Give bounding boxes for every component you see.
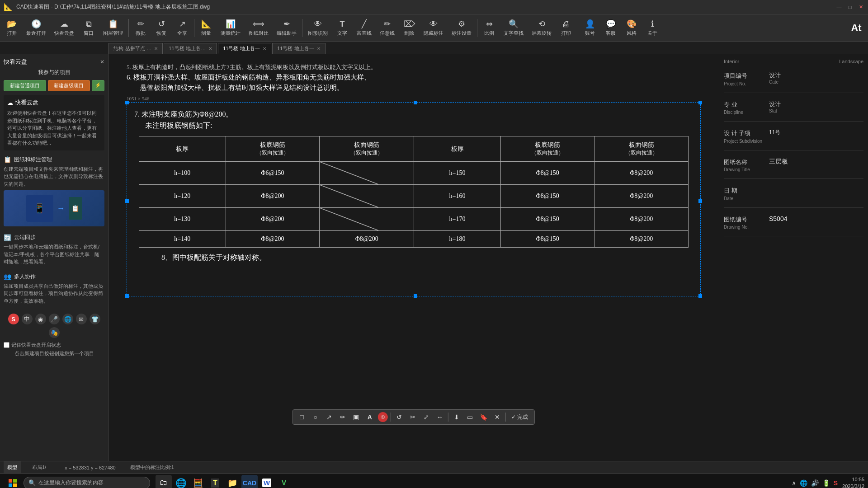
toolbar-editor[interactable]: ✒ 编辑助手 xyxy=(273,16,300,40)
taskbar-word[interactable]: W xyxy=(259,475,275,488)
taskbar-calculator[interactable]: 🧮 xyxy=(190,475,206,488)
float-rect-btn[interactable]: □ xyxy=(297,412,307,422)
float-resize-btn[interactable]: ⤢ xyxy=(421,412,432,422)
new-super-project-button[interactable]: 新建超级项目 xyxy=(48,80,90,91)
toolbar-text-find[interactable]: 🔍 文字查找 xyxy=(500,16,527,40)
taskbar-vgreen[interactable]: V xyxy=(276,475,292,488)
taskbar-search[interactable]: 🔍 在这里输入你要搜索的内容 xyxy=(24,477,150,488)
toolbar-text[interactable]: T 文字 xyxy=(332,16,352,40)
tab-2[interactable]: 11号楼-地上各… ✕ xyxy=(164,43,217,54)
handle-tm[interactable] xyxy=(414,101,417,104)
toolbar-at[interactable]: At xyxy=(846,16,866,40)
float-fillrect-btn[interactable]: ▣ xyxy=(351,412,362,422)
toolbar-window[interactable]: ⧉ 窗口 xyxy=(79,16,99,40)
maximize-button[interactable]: □ xyxy=(846,4,854,11)
toolbar-delete[interactable]: ⌦ 删除 xyxy=(399,16,419,40)
toolbar-service[interactable]: 💬 客服 xyxy=(601,16,621,40)
remember-state-checkbox[interactable] xyxy=(4,342,9,348)
toolbar-recent[interactable]: 🕒 最近打开 xyxy=(23,16,50,40)
tab-4-close[interactable]: ✕ xyxy=(317,46,321,51)
tab-1-close[interactable]: ✕ xyxy=(154,46,158,51)
handle-tr[interactable] xyxy=(698,101,702,104)
toolbar-markup[interactable]: ✏ 微批 xyxy=(131,16,151,40)
float-pen-btn[interactable]: ✏ xyxy=(337,412,348,422)
toolbar-stats[interactable]: 📊 测量统计 xyxy=(217,16,244,40)
float-done-btn[interactable]: ✓ 完成 xyxy=(509,413,531,422)
tab-3-close[interactable]: ✕ xyxy=(263,46,266,51)
toolbar-share[interactable]: ↗ 全享 xyxy=(172,16,192,40)
toolbar-rotate[interactable]: ⟲ 屏幕旋转 xyxy=(528,16,555,40)
float-scissors-btn[interactable]: ✂ xyxy=(407,412,418,422)
handle-bm[interactable] xyxy=(414,294,417,298)
toolbar-straight[interactable]: ╱ 富直线 xyxy=(353,16,375,40)
toolbar-measure-label: 测量 xyxy=(201,30,211,37)
taskbar-cad[interactable]: CAD xyxy=(241,475,258,488)
float-sep3 xyxy=(505,413,506,422)
bottom-icon-cn[interactable]: 中 xyxy=(22,314,33,324)
float-bookmark-btn[interactable]: 🔖 xyxy=(478,412,489,422)
tab-1[interactable]: 结构-丛拼节点-… ✕ xyxy=(108,43,163,54)
handle-br[interactable] xyxy=(698,294,702,298)
toolbar-cloud[interactable]: ☁ 快看云盘 xyxy=(51,16,78,40)
toolbar-open[interactable]: 📂 打开 xyxy=(2,16,22,40)
toolbar-compare[interactable]: ⟺ 图纸对比 xyxy=(245,16,272,40)
float-download-btn[interactable]: ⬇ xyxy=(451,412,462,422)
taskbar-explorer[interactable]: 🗂 xyxy=(156,475,172,488)
float-text-btn[interactable]: A xyxy=(364,412,375,422)
taskbar-edge[interactable]: 🌐 xyxy=(173,475,189,488)
bottom-icon-s[interactable]: S xyxy=(8,314,19,324)
bottom-icon-mic[interactable]: 🎤 xyxy=(49,314,60,324)
float-undo-btn[interactable]: ↺ xyxy=(394,412,405,422)
bottom-icon-shirt[interactable]: 👕 xyxy=(90,314,100,324)
toolbar-casual[interactable]: ✏ 任意线 xyxy=(376,16,398,40)
close-button[interactable]: ✕ xyxy=(857,4,864,11)
toolbar-style[interactable]: 🎨 风格 xyxy=(622,16,642,40)
taskbar-files[interactable]: 📁 xyxy=(224,475,241,488)
float-arrows-btn[interactable]: ↔ xyxy=(434,412,445,422)
lightning-button[interactable]: ⚡ xyxy=(92,80,104,91)
handle-ml[interactable] xyxy=(125,199,129,203)
float-screen-btn[interactable]: ▭ xyxy=(465,412,476,422)
sidebar-close-icon[interactable]: ✕ xyxy=(100,59,104,65)
bottom-icon-globe[interactable]: 🌐 xyxy=(62,314,73,324)
float-close-btn[interactable]: ✕ xyxy=(492,412,503,422)
bottom-icon-mail[interactable]: ✉ xyxy=(76,314,87,324)
handle-tl[interactable] xyxy=(125,101,129,104)
toolbar-recognize[interactable]: 👁 图形识别 xyxy=(304,16,331,40)
tab-4[interactable]: 11号楼-地上各一 ✕ xyxy=(272,43,326,54)
toolbar-about[interactable]: ℹ 关于 xyxy=(642,16,662,40)
float-arrow-btn[interactable]: ↗ xyxy=(324,412,335,422)
bottom-icon-theater[interactable]: 🎭 xyxy=(49,327,60,338)
layout-tab[interactable]: 布局1/ xyxy=(28,461,50,474)
toolbar-print[interactable]: 🖨 打印 xyxy=(556,16,576,40)
tab-2-close[interactable]: ✕ xyxy=(208,46,212,51)
model-tab[interactable]: 模型 xyxy=(4,461,21,474)
handle-bl[interactable] xyxy=(125,294,129,298)
toolbar-hide[interactable]: 👁 隐藏标注 xyxy=(420,16,447,40)
minimize-button[interactable]: — xyxy=(835,4,843,11)
bottom-icon-circle[interactable]: ◉ xyxy=(35,314,46,324)
toolbar-layers[interactable]: 📋 图层管理 xyxy=(99,16,127,40)
tray-expand[interactable]: ∧ xyxy=(791,479,797,488)
sidebar-collaboration-header[interactable]: 👥 多人协作 xyxy=(4,271,104,282)
toolbar-label-settings[interactable]: ⚙ 标注设置 xyxy=(448,16,475,40)
tray-battery[interactable]: 🔋 xyxy=(821,479,831,488)
cad-canvas[interactable]: 5. 板厚上有构造时，凸起到图纸线上方2主筋。板上有预泥钢板以及倒打式板以能入文… xyxy=(108,54,719,461)
handle-mr[interactable] xyxy=(698,199,702,203)
sidebar-cloud-sync-header[interactable]: 🔄 云端同步 xyxy=(4,232,104,243)
toolbar-scale[interactable]: ⇔ 比例 xyxy=(479,16,499,40)
toolbar-account[interactable]: 👤 账号 xyxy=(580,16,600,40)
sidebar-doc-management-header[interactable]: 📋 图纸和标注管理 xyxy=(4,154,104,165)
tray-volume[interactable]: 🔊 xyxy=(810,479,820,488)
float-circle-btn[interactable]: ○ xyxy=(310,412,321,422)
tray-network[interactable]: 🌐 xyxy=(799,479,808,488)
toolbar-restore[interactable]: ↺ 恢复 xyxy=(151,16,171,40)
toolbar-window-label: 窗口 xyxy=(84,30,94,37)
start-button[interactable] xyxy=(4,476,22,488)
taskbar-sticky[interactable]: T xyxy=(207,475,223,488)
new-normal-project-button[interactable]: 新建普通项目 xyxy=(4,80,46,91)
tab-3[interactable]: 11号楼-地上各一 ✕ xyxy=(218,43,271,54)
tray-S[interactable]: S xyxy=(833,479,839,488)
toolbar-measure[interactable]: 📐 测量 xyxy=(196,16,216,40)
float-info-btn[interactable]: ① xyxy=(378,412,388,422)
